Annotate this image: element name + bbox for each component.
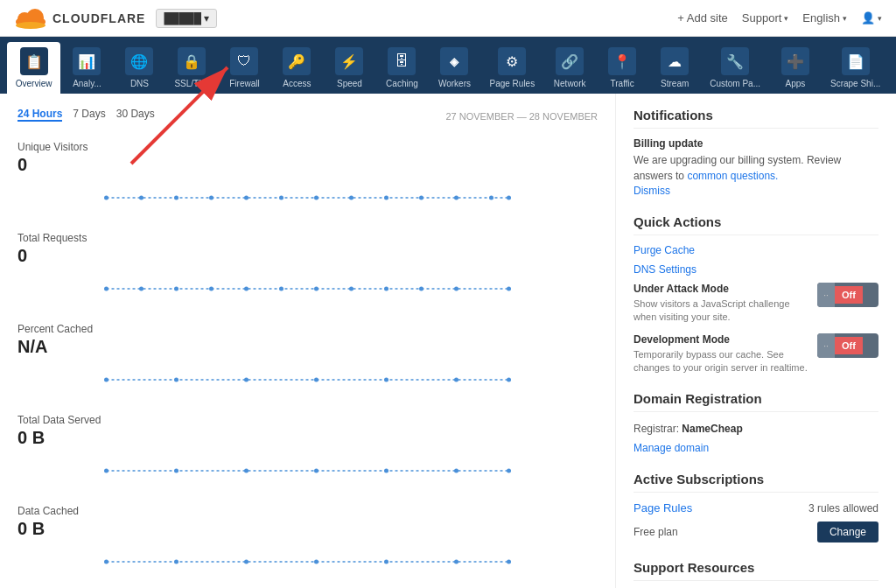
speed-label: Speed bbox=[337, 79, 362, 88]
scrape-label: Scrape Shi... bbox=[830, 79, 880, 88]
svg-point-10 bbox=[244, 196, 248, 200]
svg-point-48 bbox=[314, 560, 318, 564]
workers-label: Workers bbox=[438, 79, 471, 88]
svg-point-50 bbox=[454, 560, 458, 564]
svg-point-13 bbox=[349, 196, 354, 200]
caching-icon: 🗄 bbox=[388, 47, 416, 75]
support-resources-section: Support Resources bbox=[634, 560, 878, 581]
overview-icon: 📋 bbox=[20, 47, 48, 75]
purge-cache-link[interactable]: Purge Cache bbox=[634, 244, 878, 256]
svg-point-18 bbox=[507, 196, 511, 200]
percent-cached-value: N/A bbox=[18, 337, 598, 357]
data-cached-label: Data Cached bbox=[18, 505, 598, 517]
free-plan-label: Free plan bbox=[634, 526, 678, 538]
toolbar-pagerules[interactable]: ⚙ Page Rules bbox=[480, 42, 543, 94]
change-plan-button[interactable]: Change bbox=[817, 522, 878, 542]
toolbar-stream[interactable]: ☁ Stream bbox=[648, 42, 701, 94]
toolbar-traffic[interactable]: 📍 Traffic bbox=[596, 42, 648, 94]
toolbar-caching[interactable]: 🗄 Caching bbox=[375, 42, 428, 94]
unique-visitors-chart bbox=[18, 178, 598, 214]
under-attack-label: Under Attack Mode bbox=[634, 283, 808, 295]
add-site-link[interactable]: + Add site bbox=[677, 11, 727, 24]
svg-point-45 bbox=[104, 560, 108, 564]
toolbar-analytics[interactable]: 📊 Analy... bbox=[60, 42, 113, 94]
total-data-chart bbox=[18, 452, 598, 486]
under-attack-toggle[interactable]: ·· Off bbox=[817, 283, 878, 307]
svg-point-14 bbox=[384, 196, 388, 200]
svg-point-16 bbox=[454, 196, 458, 200]
toolbar-apps[interactable]: ➕ Apps bbox=[769, 42, 822, 94]
dns-settings-link[interactable]: DNS Settings bbox=[634, 263, 878, 276]
dismiss-link[interactable]: Dismiss bbox=[634, 185, 670, 197]
dev-mode-row: Development Mode Temporarily bypass our … bbox=[634, 333, 878, 374]
svg-point-27 bbox=[384, 287, 388, 291]
access-icon: 🔑 bbox=[283, 47, 311, 75]
registrar-info: Registrar: NameCheap bbox=[634, 421, 878, 437]
stream-icon: ☁ bbox=[661, 47, 689, 75]
toggle-bullet-2: ·· bbox=[817, 333, 835, 358]
svg-point-11 bbox=[279, 196, 284, 200]
support-link[interactable]: Support ▾ bbox=[742, 11, 789, 24]
tab-30d[interactable]: 30 Days bbox=[116, 108, 155, 122]
data-cached-chart bbox=[18, 542, 598, 578]
under-attack-desc: Show visitors a JavaScript challenge whe… bbox=[634, 298, 790, 322]
percent-cached-label: Percent Cached bbox=[18, 323, 598, 335]
overview-label: Overview bbox=[16, 79, 52, 88]
dev-mode-toggle[interactable]: ·· Off bbox=[817, 333, 878, 358]
custompa-icon: 🔧 bbox=[721, 47, 749, 75]
svg-point-46 bbox=[174, 560, 178, 564]
icon-toolbar-inner: 📋 Overview 📊 Analy... 🌐 DNS 🔒 SSL/TLS 🛡 … bbox=[7, 42, 890, 94]
dev-mode-label: Development Mode bbox=[634, 333, 808, 346]
svg-point-9 bbox=[209, 196, 214, 200]
free-plan-row: Free plan Change bbox=[634, 522, 878, 542]
page-rules-subscription-link[interactable]: Page Rules bbox=[634, 501, 692, 514]
toolbar-custompa[interactable]: 🔧 Custom Pa... bbox=[701, 42, 769, 94]
billing-title: Billing update bbox=[634, 137, 878, 150]
toolbar-access[interactable]: 🔑 Access bbox=[270, 42, 323, 94]
top-nav-right: + Add site Support ▾ English ▾ 👤 ▾ bbox=[677, 11, 882, 24]
user-menu[interactable]: 👤 ▾ bbox=[861, 11, 882, 24]
main-area: 24 Hours 7 Days 30 Days 27 NOVEMBER — 28… bbox=[0, 94, 896, 588]
svg-point-29 bbox=[454, 287, 458, 291]
manage-domain-link[interactable]: Manage domain bbox=[634, 442, 878, 454]
site-selector[interactable]: █████ ▾ bbox=[156, 9, 217, 28]
toolbar-overview[interactable]: 📋 Overview bbox=[7, 42, 61, 94]
under-attack-mode-row: Under Attack Mode Show visitors a JavaSc… bbox=[634, 283, 878, 323]
analytics-label: Analy... bbox=[73, 79, 102, 88]
common-questions-link[interactable]: common questions. bbox=[687, 170, 778, 182]
toolbar-speed[interactable]: ⚡ Speed bbox=[323, 42, 375, 94]
toolbar-scrape[interactable]: 📄 Scrape Shi... bbox=[822, 42, 889, 94]
network-icon: 🔗 bbox=[556, 47, 584, 75]
language-link[interactable]: English ▾ bbox=[802, 11, 847, 24]
svg-point-26 bbox=[349, 287, 354, 291]
svg-point-17 bbox=[489, 196, 494, 200]
support-resources-title: Support Resources bbox=[634, 560, 878, 581]
tab-7d[interactable]: 7 Days bbox=[73, 108, 105, 122]
toolbar-workers[interactable]: ◈ Workers bbox=[428, 42, 480, 94]
svg-point-39 bbox=[174, 469, 178, 473]
data-cached-value: 0 B bbox=[18, 519, 598, 539]
cloudflare-logo-icon bbox=[14, 8, 47, 29]
svg-point-35 bbox=[384, 378, 388, 382]
toolbar-network[interactable]: 🔗 Network bbox=[543, 42, 596, 94]
toolbar-dns[interactable]: 🌐 DNS bbox=[113, 42, 165, 94]
dns-icon: 🌐 bbox=[125, 47, 153, 75]
svg-point-22 bbox=[209, 287, 214, 291]
time-tabs: 24 Hours 7 Days 30 Days bbox=[18, 108, 155, 122]
toolbar-firewall[interactable]: 🛡 Firewall bbox=[218, 42, 270, 94]
ssl-icon: 🔒 bbox=[178, 47, 206, 75]
svg-point-21 bbox=[174, 287, 178, 291]
language-dropdown-arrow: ▾ bbox=[843, 14, 847, 23]
dev-mode-state: Off bbox=[835, 337, 863, 354]
tab-24h[interactable]: 24 Hours bbox=[18, 108, 62, 122]
top-nav: CLOUDFLARE █████ ▾ + Add site Support ▾ … bbox=[0, 0, 896, 37]
dev-mode-info: Development Mode Temporarily bypass our … bbox=[634, 333, 817, 374]
metric-data-cached: Data Cached 0 B bbox=[18, 505, 598, 580]
svg-point-24 bbox=[279, 287, 284, 291]
custompa-label: Custom Pa... bbox=[710, 79, 760, 88]
traffic-label: Traffic bbox=[611, 79, 634, 88]
svg-point-42 bbox=[384, 469, 388, 473]
toolbar-ssl[interactable]: 🔒 SSL/TLS bbox=[165, 42, 218, 94]
svg-point-28 bbox=[419, 287, 424, 291]
pagerules-label: Page Rules bbox=[489, 79, 535, 88]
